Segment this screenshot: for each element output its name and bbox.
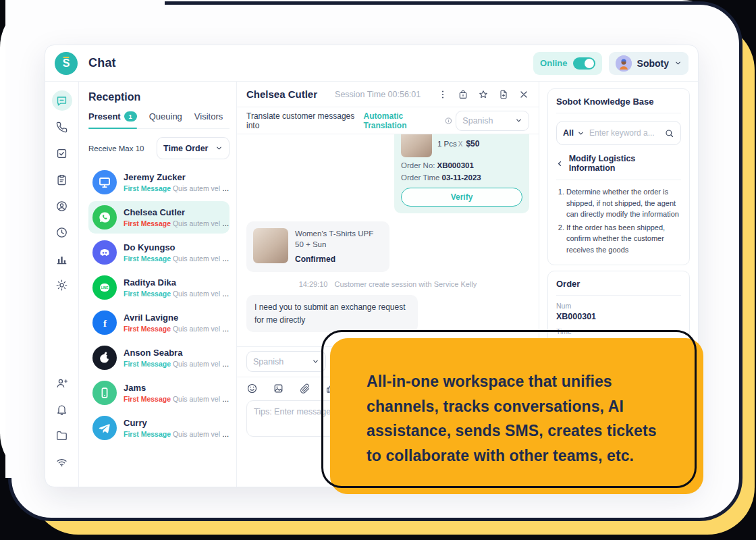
info-icon (445, 117, 452, 125)
contact-row[interactable]: f Avril Lavigne First Message Quis autem… (88, 306, 230, 339)
order-field-label: Time (556, 327, 681, 335)
product-image (401, 134, 432, 157)
chevron-down-icon (312, 358, 319, 365)
rail-wifi-icon[interactable] (52, 452, 72, 472)
top-bar: S Chat Online Soboty (45, 45, 698, 82)
image-icon[interactable] (273, 383, 284, 394)
online-label: Online (540, 58, 567, 68)
lock-icon[interactable] (458, 89, 468, 100)
user-menu[interactable]: Soboty (609, 52, 688, 75)
rail-bar-chart-icon[interactable] (52, 248, 72, 269)
online-status-pill: Online (533, 52, 601, 75)
first-message-label: First Message (124, 219, 171, 227)
message-preview: Quis autem vel eum iu... (173, 325, 230, 333)
facebook-avatar-icon: f (92, 310, 117, 335)
customer-message: I need you to submit an exchange request… (246, 295, 418, 332)
svg-text:LINE: LINE (101, 286, 108, 290)
contact-name: Jams (124, 383, 225, 393)
session-time: Session Time 00:56:01 (335, 90, 421, 99)
online-toggle[interactable] (573, 57, 595, 70)
marketing-callout: All-in-one workspace that unifieschannel… (330, 338, 703, 494)
kb-filter-select[interactable]: All (563, 128, 574, 138)
svg-text:f: f (103, 318, 107, 329)
contact-row[interactable]: Anson Seabra First Message Quis autem ve… (88, 342, 230, 374)
rail-user-plus-icon[interactable] (52, 373, 72, 393)
desktop-avatar-icon (92, 170, 117, 194)
reception-panel: Reception Present 1 Queuing Visitors Rec… (79, 82, 237, 487)
kebab-icon[interactable] (437, 89, 448, 100)
customer-name: Chelsea Cutler (246, 88, 317, 100)
stage: S Chat Online Soboty (0, 0, 756, 540)
translate-language-select[interactable]: Spanish (456, 111, 529, 131)
rail-chat-icon[interactable] (52, 90, 72, 111)
order-field-label: Num (556, 302, 681, 310)
session-note: 14:29:10Customer create session with Ser… (299, 280, 477, 288)
message-preview: Quis autem vel eum iu... (173, 360, 230, 368)
smiley-icon[interactable] (246, 383, 258, 394)
rail-agent-icon[interactable] (52, 196, 72, 216)
rail-gear-icon[interactable] (52, 275, 72, 295)
contact-name: Chelsea Cutler (124, 207, 225, 217)
rail-check-square-icon[interactable] (52, 143, 72, 163)
verify-button[interactable]: Verify (401, 188, 522, 207)
first-message-label: First Message (124, 325, 171, 333)
product-qty: 1 PcsX$50 (437, 138, 479, 150)
close-icon[interactable] (518, 89, 529, 100)
order-no: Order No:XB000301 (401, 161, 522, 169)
first-message-label: First Message (124, 290, 171, 298)
translate-label: Translate customer messages into (246, 111, 358, 130)
kb-search-input[interactable] (588, 128, 661, 138)
message-preview: Quis autem vel eum iu... (173, 254, 230, 263)
rail-clipboard-icon[interactable] (52, 169, 72, 190)
reception-tabs: Present 1 Queuing Visitors (88, 111, 230, 129)
contact-row[interactable]: Curry First Message Quis autem vel eum i… (88, 412, 230, 444)
chevron-down-icon (577, 130, 585, 137)
page-title: Chat (88, 56, 116, 70)
chevron-down-icon (674, 59, 682, 67)
star-icon[interactable] (478, 89, 489, 100)
message-preview: Quis autem vel eum iu... (173, 219, 230, 227)
knowledge-base-card: Sobot Knowledge Base All Modify Logistic… (547, 88, 690, 265)
sort-order-select[interactable]: Time Order (157, 137, 230, 159)
contact-name: Do Kyungso (124, 242, 225, 252)
avatar (616, 55, 632, 72)
contact-name: Jeremy Zucker (124, 172, 225, 182)
chevron-down-icon (215, 144, 223, 152)
rail-folder-icon[interactable] (52, 425, 72, 446)
kb-step: Determine whether the order is shipped, … (566, 186, 681, 220)
message-preview: Quis autem vel eum iu... (173, 184, 230, 192)
rail-bell-icon[interactable] (52, 399, 72, 419)
first-message-label: First Message (124, 360, 171, 368)
contact-name: Curry (124, 418, 225, 428)
rail-phone-icon[interactable] (52, 117, 72, 137)
conversation-list: Jeremy Zucker First Message Quis autem v… (88, 166, 230, 487)
paperclip-icon[interactable] (299, 383, 310, 394)
tab-queuing[interactable]: Queuing (149, 111, 182, 128)
line-avatar-icon: LINE (92, 275, 117, 300)
tab-visitors[interactable]: Visitors (194, 111, 223, 128)
chevron-left-icon (556, 160, 564, 167)
order-panel-title: Order (556, 279, 681, 296)
tab-present[interactable]: Present 1 (88, 111, 137, 128)
contact-row[interactable]: Jeremy Zucker First Message Quis autem v… (88, 166, 230, 198)
message-area: Sun 1 PcsX$50 Order No:XB000301 Order Ti… (237, 134, 539, 346)
nav-rail (45, 82, 79, 487)
contact-row[interactable]: LINE Raditya Dika First Message Quis aut… (88, 271, 230, 304)
reception-title: Reception (88, 91, 230, 103)
composer-language-select[interactable]: Spanish (246, 351, 326, 372)
product-image (253, 228, 288, 263)
rail-clock-icon[interactable] (52, 222, 72, 242)
contact-row[interactable]: Do Kyungso First Message Quis autem vel … (88, 236, 230, 269)
first-message-label: First Message (124, 254, 171, 263)
auto-translation-link[interactable]: Automatic Translation (364, 111, 441, 130)
order-time: Order Time03-11-2023 (401, 173, 522, 182)
search-icon[interactable] (664, 128, 674, 138)
kb-article-header[interactable]: Modify Logistics Information (556, 154, 681, 180)
mobile-avatar-icon (92, 381, 117, 405)
callout-text-line: All-in-one workspace that unifies (367, 369, 703, 394)
file-plus-icon[interactable] (498, 89, 509, 100)
first-message-label: First Message (124, 184, 171, 192)
first-message-label: First Message (124, 430, 171, 438)
contact-row[interactable]: Chelsea Cutler First Message Quis autem … (88, 201, 230, 234)
contact-row[interactable]: Jams First Message Quis autem vel eum iu… (88, 377, 230, 409)
